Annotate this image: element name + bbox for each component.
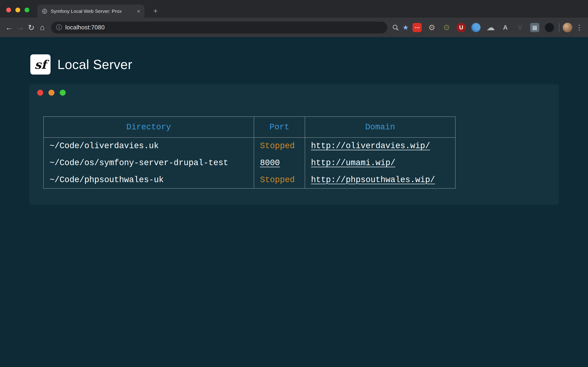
port-cell: Stopped	[254, 138, 305, 155]
panel-red-dot-icon	[37, 90, 43, 96]
page-title: Local Server	[57, 57, 132, 72]
reload-button[interactable]: ↻	[26, 22, 37, 33]
ublock-extension-icon[interactable]: U	[457, 23, 466, 32]
blue-circle-extension-icon[interactable]	[471, 23, 481, 32]
browser-menu-icon[interactable]: ⋮	[574, 23, 584, 33]
port-column-header: Port	[254, 117, 305, 138]
browser-window: Symfony Local Web Server: Prox × + ← → ↻…	[0, 0, 588, 367]
domain-link[interactable]: http://oliverdavies.wip/	[311, 141, 430, 151]
table-row: ~/Code/os/symfony-server-drupal-test 800…	[44, 155, 456, 172]
address-bar[interactable]: ⓘ localhost:7080	[51, 22, 387, 33]
zoom-indicator-icon[interactable]	[390, 23, 401, 33]
domain-cell: http://phpsouthwales.wip/	[305, 172, 456, 189]
servers-table: Directory Port Domain ~/Code/oliverdavie…	[43, 117, 456, 189]
directory-column-header: Directory	[44, 117, 254, 138]
a-letter-extension-icon[interactable]: A	[501, 23, 510, 32]
window-controls	[6, 8, 29, 12]
domain-link[interactable]: http://umami.wip/	[311, 158, 395, 168]
domain-cell: http://umami.wip/	[305, 155, 456, 172]
directory-cell: ~/Code/os/symfony-server-drupal-test	[44, 155, 254, 172]
tab-strip: Symfony Local Web Server: Prox × +	[0, 0, 588, 18]
red-dots-extension-icon[interactable]: ⋯	[413, 23, 422, 32]
status-stopped-label: Stopped	[260, 175, 295, 185]
domain-link[interactable]: http://phpsouthwales.wip/	[311, 175, 435, 185]
domain-column-header: Domain	[305, 117, 456, 138]
browser-toolbar: ← → ↻ ⌂ ⓘ localhost:7080 ★ ⋯ ⚙ ⚙ U ☁ A V…	[0, 18, 588, 37]
server-panel: Directory Port Domain ~/Code/oliverdavie…	[29, 84, 559, 205]
v-letter-extension-icon[interactable]: V	[515, 23, 525, 32]
forward-button[interactable]: →	[15, 22, 26, 33]
globe-favicon-icon	[42, 8, 48, 14]
page-content: sf Local Server Directory Port Domain	[0, 37, 588, 367]
panel-orange-dot-icon	[48, 90, 54, 96]
profile-avatar[interactable]	[563, 23, 572, 32]
symfony-logo: sf	[30, 54, 51, 75]
brand-header: sf Local Server	[30, 54, 132, 75]
window-minimize-button[interactable]	[15, 8, 20, 12]
url-text[interactable]: localhost:7080	[65, 24, 105, 31]
status-stopped-label: Stopped	[260, 141, 295, 151]
gear-extension-icon[interactable]: ⚙	[427, 23, 436, 32]
dark-gear-extension-icon[interactable]: ⚙	[442, 23, 451, 32]
tab-close-icon[interactable]: ×	[137, 8, 140, 14]
directory-cell: ~/Code/oliverdavies.uk	[44, 138, 254, 155]
table-row: ~/Code/phpsouthwales-uk Stopped http://p…	[44, 172, 456, 189]
github-extension-icon[interactable]	[545, 23, 554, 32]
browser-tab[interactable]: Symfony Local Web Server: Prox ×	[37, 5, 145, 18]
window-close-button[interactable]	[6, 8, 11, 12]
domain-cell: http://oliverdavies.wip/	[305, 138, 456, 155]
extension-icons: ⋯ ⚙ ⚙ U ☁ A V ▦	[413, 23, 554, 32]
home-button[interactable]: ⌂	[37, 22, 48, 33]
bookmark-star-icon[interactable]: ★	[401, 23, 411, 33]
window-zoom-button[interactable]	[25, 8, 29, 12]
port-link[interactable]: 8000	[260, 158, 280, 168]
table-row: ~/Code/oliverdavies.uk Stopped http://ol…	[44, 138, 456, 155]
toolbar-divider	[559, 23, 560, 32]
port-cell: 8000	[254, 155, 305, 172]
panel-green-dot-icon	[60, 90, 66, 96]
directory-cell: ~/Code/phpsouthwales-uk	[44, 172, 254, 189]
panel-window-dots	[37, 90, 66, 96]
table-header-row: Directory Port Domain	[44, 117, 456, 138]
site-info-icon[interactable]: ⓘ	[56, 23, 62, 31]
tab-title: Symfony Local Web Server: Prox	[51, 8, 135, 14]
cloud-extension-icon[interactable]: ☁	[486, 23, 495, 32]
port-cell: Stopped	[254, 172, 305, 189]
new-tab-button[interactable]: +	[150, 6, 161, 16]
back-button[interactable]: ←	[4, 22, 15, 33]
pattern-extension-icon[interactable]: ▦	[530, 23, 539, 32]
